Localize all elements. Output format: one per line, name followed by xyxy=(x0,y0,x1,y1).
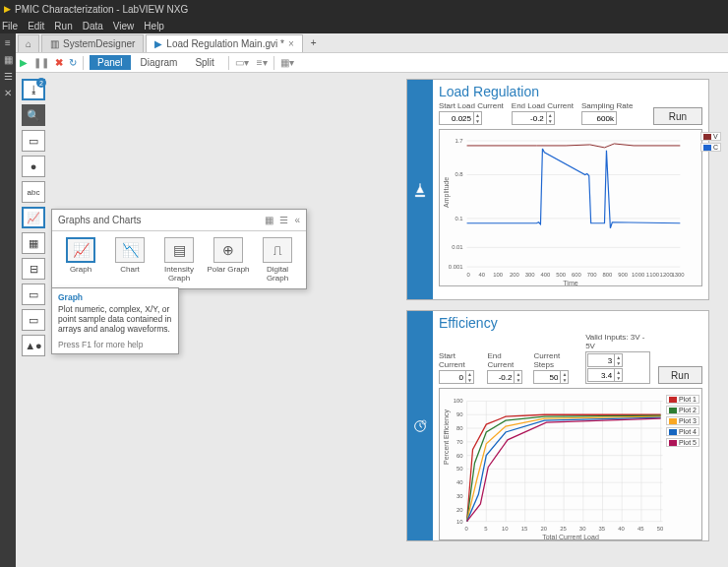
palette-panel-icon[interactable]: ▭ xyxy=(22,284,45,305)
palette-chart-icon[interactable]: 📈 xyxy=(22,207,45,228)
abort-icon[interactable]: ✖ xyxy=(55,57,63,68)
svg-text:20: 20 xyxy=(540,526,547,532)
svg-text:1.7: 1.7 xyxy=(455,138,462,144)
spinner[interactable]: ▲▼ xyxy=(547,111,555,125)
grid-view-icon[interactable]: ▦ xyxy=(265,215,273,225)
toolbar: ▶ ❚❚ ✖ ↻ Panel Diagram Split ▭▾ ≡▾ ▦▾ xyxy=(16,53,728,73)
spinner[interactable]: ▲▼ xyxy=(466,370,474,384)
canvas: ⭳ 🔍 ▭ ● abc 📈 ▦ ⊟ ▭ ▭ ▲● Graphs and Char… xyxy=(16,73,728,567)
tab-load-regulation[interactable]: ▶ Load Regulation Main.gvi * × xyxy=(146,34,302,52)
leftstrip-list-icon[interactable]: ☰ xyxy=(4,71,13,82)
svg-text:35: 35 xyxy=(599,526,606,532)
palette-search-icon[interactable]: 🔍 xyxy=(22,104,45,126)
svg-text:30: 30 xyxy=(456,493,463,499)
pause-icon[interactable]: ❚❚ xyxy=(33,57,49,68)
palette-text-icon[interactable]: abc xyxy=(22,181,45,203)
close-icon[interactable]: × xyxy=(288,38,294,49)
valid-input-a[interactable] xyxy=(587,353,615,367)
tab-system-designer[interactable]: ▥ SystemDesigner xyxy=(41,34,144,52)
legend-label: Plot 4 xyxy=(679,428,697,435)
svg-text:1000: 1000 xyxy=(632,272,645,278)
palette-shapes-icon[interactable]: ▲● xyxy=(22,335,45,356)
tab-add[interactable]: + xyxy=(305,34,323,52)
menu-view[interactable]: View xyxy=(113,21,135,32)
digital-icon: ⎍ xyxy=(263,237,292,263)
end-load-current-input[interactable] xyxy=(512,111,547,125)
palette-matrix-icon[interactable]: ▦ xyxy=(22,232,45,254)
tooltip-heading: Graph xyxy=(58,292,83,302)
list-view-icon[interactable]: ☰ xyxy=(279,215,288,225)
palette-save-icon[interactable]: ⭳ xyxy=(22,79,45,100)
end-current-input[interactable] xyxy=(487,370,515,384)
spinner[interactable]: ▲▼ xyxy=(561,370,569,384)
start-current-input[interactable] xyxy=(439,370,466,384)
flyout-item-chart[interactable]: 📉 Chart xyxy=(107,237,152,283)
legend-label: Plot 5 xyxy=(679,439,697,446)
palette-inputs-icon[interactable]: ⊟ xyxy=(22,258,45,280)
flyout-item-intensity[interactable]: ▤ Intensity Graph xyxy=(156,237,202,283)
gear-clock-icon xyxy=(412,418,428,434)
field-label: Valid Inputs: 3V - 5V xyxy=(585,333,649,350)
view-panel[interactable]: Panel xyxy=(90,55,131,70)
menu-bar: File Edit Run Data View Help xyxy=(0,18,728,33)
spinner[interactable]: ▲▼ xyxy=(615,353,623,367)
run-button[interactable]: Run xyxy=(658,366,702,384)
leftstrip-grid-icon[interactable]: ▦ xyxy=(4,54,13,65)
svg-text:70: 70 xyxy=(456,439,463,445)
menu-file[interactable]: File xyxy=(2,21,18,32)
current-steps-input[interactable] xyxy=(533,370,561,384)
legend-label: V xyxy=(713,133,718,140)
svg-text:40: 40 xyxy=(618,526,625,532)
start-load-current-input[interactable] xyxy=(439,111,474,125)
run-icon[interactable]: ▶ xyxy=(20,57,28,68)
chart-legend: V C xyxy=(700,132,721,152)
polar-icon: ⊕ xyxy=(213,237,243,263)
run-button[interactable]: Run xyxy=(653,107,702,125)
panel-sidebar xyxy=(407,311,433,540)
text-icon-label: abc xyxy=(28,188,40,197)
svg-text:90: 90 xyxy=(456,411,463,417)
flyout-item-label: Graph xyxy=(70,265,91,274)
arrange-icon[interactable]: ▭▾ xyxy=(235,57,249,68)
tooltip: Graph Plot numeric, complex, X/Y, or poi… xyxy=(51,287,179,354)
flyout-item-polar[interactable]: ⊕ Polar Graph xyxy=(206,237,251,283)
collapse-icon[interactable]: « xyxy=(294,215,300,225)
svg-text:0.1: 0.1 xyxy=(455,216,462,221)
svg-text:1100: 1100 xyxy=(646,272,660,278)
tab-home[interactable]: ⌂ xyxy=(18,34,39,52)
field-label: Start Load Current xyxy=(439,101,504,110)
palette-circle-icon[interactable]: ● xyxy=(22,156,45,177)
spinner[interactable]: ▲▼ xyxy=(474,111,482,125)
grid-icon[interactable]: ▦▾ xyxy=(280,57,294,68)
view-split[interactable]: Split xyxy=(187,55,221,70)
view-diagram[interactable]: Diagram xyxy=(133,55,186,70)
menu-edit[interactable]: Edit xyxy=(28,21,44,32)
svg-text:80: 80 xyxy=(456,425,463,431)
flyout-item-label: Chart xyxy=(120,265,140,274)
play-icon: ▶ xyxy=(154,38,162,49)
svg-text:30: 30 xyxy=(579,526,586,532)
flyout-title: Graphs and Charts xyxy=(58,215,142,225)
sampling-rate-input[interactable] xyxy=(581,111,617,125)
leftstrip-wrench-icon[interactable]: ✕ xyxy=(4,88,12,98)
flyout-item-graph[interactable]: 📈 Graph xyxy=(58,237,103,283)
panel-title: Load Regulation xyxy=(439,84,702,99)
legend-label: C xyxy=(713,144,718,151)
palette-flyout: Graphs and Charts ▦ ☰ « 📈 Graph 📉 Chart … xyxy=(51,209,307,289)
palette-panel2-icon[interactable]: ▭ xyxy=(22,309,45,331)
spinner[interactable]: ▲▼ xyxy=(615,368,623,382)
workspace: ⌂ ▥ SystemDesigner ▶ Load Regulation Mai… xyxy=(16,33,728,567)
flyout-item-digital[interactable]: ⎍ Digital Graph xyxy=(255,237,300,283)
align-icon[interactable]: ≡▾ xyxy=(257,57,268,68)
menu-help[interactable]: Help xyxy=(144,21,164,32)
load-regulation-chart: 1.7 0.8 0.1 0.01 0.001 040 100200300 400… xyxy=(439,129,702,286)
leftstrip-menu-icon[interactable]: ≡ xyxy=(5,37,11,48)
y-axis-label: Percent Efficiency xyxy=(443,410,450,465)
spinner[interactable]: ▲▼ xyxy=(515,370,522,384)
svg-text:50: 50 xyxy=(657,526,664,532)
menu-run[interactable]: Run xyxy=(54,21,72,32)
refresh-icon[interactable]: ↻ xyxy=(69,57,77,68)
palette-layout-icon[interactable]: ▭ xyxy=(22,130,45,152)
menu-data[interactable]: Data xyxy=(83,21,103,32)
valid-input-b[interactable] xyxy=(587,368,615,382)
